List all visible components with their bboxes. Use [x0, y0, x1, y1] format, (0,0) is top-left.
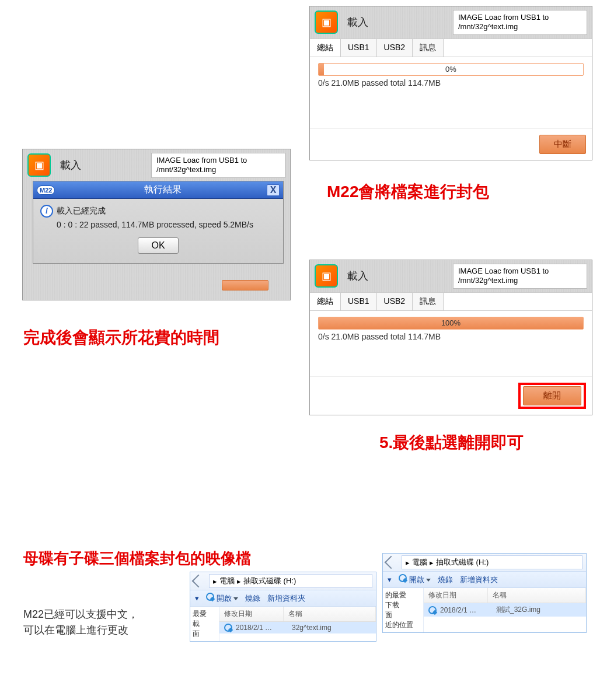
- tool-sep[interactable]: ▾: [195, 594, 199, 603]
- path-line1: IMAGE Loac from USB1 to: [458, 267, 582, 276]
- file-date: 2018/2/1 …: [440, 606, 493, 614]
- tab-usb1[interactable]: USB1: [341, 39, 377, 57]
- path-line1: IMAGE Loac from USB1 to: [458, 13, 582, 22]
- side-dl[interactable]: 載: [193, 619, 217, 629]
- sidebar: 最愛 載 面: [190, 607, 219, 641]
- progress-label: 100%: [441, 318, 461, 327]
- tab-summary[interactable]: 總結: [310, 293, 341, 310]
- back-icon[interactable]: [192, 575, 205, 588]
- app-icon: ▣: [315, 10, 338, 34]
- note-chinese-support: M22已經可以支援中文， 可以在電腦上進行更改: [23, 607, 138, 638]
- toolbar: ▾ 開啟 燒錄 新增資料夾: [383, 572, 586, 588]
- path-line2: /mnt/32g^text.img: [156, 165, 280, 174]
- file-name: 32g^text.img: [292, 624, 332, 632]
- title-load: 載入: [347, 15, 368, 29]
- crumb-pc: 電腦: [412, 557, 427, 568]
- footer: 中斷: [310, 128, 592, 160]
- file-date: 2018/2/1 …: [236, 624, 288, 632]
- tab-usb1[interactable]: USB1: [341, 293, 377, 310]
- footer: 離開: [310, 376, 592, 415]
- ok-button[interactable]: OK: [138, 237, 178, 254]
- newfolder-tool[interactable]: 新增資料夾: [460, 575, 498, 585]
- content: 的最愛 下載 面 近的位置 修改日期 名稱 2018/2/1 … 測試_32G.…: [383, 588, 586, 632]
- explorer-2: ▸電腦 ▸抽取式磁碟 (H:) ▾ 開啟 燒錄 新增資料夾 的最愛 下載 面 近…: [382, 553, 587, 633]
- burn-tool[interactable]: 燒錄: [245, 593, 260, 604]
- path-line2: /mnt/32g^text.img: [458, 22, 582, 32]
- tab-msg[interactable]: 訊息: [413, 39, 444, 57]
- title-path: IMAGE Loac from USB1 to /mnt/32g^text.im…: [453, 264, 587, 289]
- title-load: 載入: [347, 269, 368, 283]
- body: 0% 0/s 21.0MB passed total 114.7MB: [310, 57, 592, 128]
- leave-button[interactable]: 離開: [523, 386, 581, 405]
- titlebar: ▣ 載入 IMAGE Loac from USB1 to /mnt/32g^te…: [310, 260, 592, 292]
- newfolder-tool[interactable]: 新增資料夾: [267, 593, 305, 604]
- file-row[interactable]: 2018/2/1 … 32g^text.img: [219, 622, 376, 634]
- tab-summary[interactable]: 總結: [310, 39, 341, 57]
- col-headers: 修改日期 名稱: [424, 588, 586, 603]
- app-icon: ▣: [315, 264, 338, 288]
- file-row[interactable]: 2018/2/1 … 測試_32G.img: [424, 603, 586, 617]
- explorer-1: ▸電腦 ▸抽取式磁碟 (H:) ▾ 開啟 燒錄 新增資料夾 最愛 載 面 修改日…: [190, 572, 376, 642]
- tabs: 總結 USB1 USB2 訊息: [310, 38, 592, 57]
- file-icon: [224, 624, 232, 632]
- dialog-loading-0pct: ▣ 載入 IMAGE Loac from USB1 to /mnt/32g^te…: [309, 6, 592, 160]
- note-line2: 可以在電腦上進行更改: [23, 622, 138, 638]
- open-tool[interactable]: 開啟: [399, 574, 431, 585]
- leave-highlight: 離開: [518, 383, 586, 409]
- titlebar: ▣ 載入 IMAGE Loac from USB1 to /mnt/32g^te…: [310, 6, 592, 38]
- caption-image-files: 母碟有子碟三個檔案封包的映像檔: [23, 548, 251, 569]
- open-tool[interactable]: 開啟: [206, 593, 238, 604]
- side-recent[interactable]: 近的位置: [385, 620, 421, 630]
- progress-bar: 0%: [318, 63, 584, 76]
- file-icon: [428, 606, 437, 614]
- crumb-drive: 抽取式磁碟 (H:): [436, 557, 489, 568]
- hdr-date[interactable]: 修改日期: [424, 588, 488, 603]
- title-path: IMAGE Loac from USB1 to /mnt/32g^text.im…: [151, 153, 285, 178]
- close-icon[interactable]: X: [267, 184, 280, 196]
- side-desk[interactable]: 面: [193, 629, 217, 639]
- path-line1: IMAGE Loac from USB1 to: [156, 156, 280, 165]
- caption-time-shown: 完成後會顯示所花費的時間: [23, 327, 219, 349]
- titlebar: ▣ 載入 IMAGE Loac from USB1 to /mnt/32g^te…: [23, 149, 290, 181]
- dialog-loading-100pct: ▣ 載入 IMAGE Loac from USB1 to /mnt/32g^te…: [309, 260, 592, 415]
- tab-usb2[interactable]: USB2: [377, 39, 413, 57]
- result-body: i 載入已經完成 0 : 0 : 22 passed, 114.7MB proc…: [33, 199, 283, 263]
- note-line1: M22已經可以支援中文，: [23, 607, 138, 622]
- crumb-pc: 電腦: [219, 576, 235, 586]
- tabs: 總結 USB1 USB2 訊息: [310, 292, 592, 311]
- burn-tool[interactable]: 燒錄: [438, 575, 453, 585]
- app-icon: ▣: [27, 153, 51, 177]
- result-dialog: M22 執行結果 X i 載入已經完成 0 : 0 : 22 passed, 1…: [33, 181, 284, 264]
- back-icon[interactable]: [385, 556, 398, 569]
- result-title: 執行結果: [58, 184, 267, 196]
- col-headers: 修改日期 名稱: [219, 607, 376, 622]
- tab-msg[interactable]: 訊息: [413, 293, 444, 310]
- addr-bar: ▸電腦 ▸抽取式磁碟 (H:): [383, 554, 586, 572]
- breadcrumb[interactable]: ▸電腦 ▸抽取式磁碟 (H:): [402, 555, 582, 569]
- tool-sep[interactable]: ▾: [388, 575, 392, 584]
- toolbar: ▾ 開啟 燒錄 新增資料夾: [190, 590, 376, 607]
- progress-bar: 100%: [318, 317, 584, 330]
- hdr-name[interactable]: 名稱: [488, 588, 586, 603]
- hdr-name[interactable]: 名稱: [284, 607, 376, 621]
- sidebar: 的最愛 下載 面 近的位置: [383, 588, 424, 632]
- tab-usb2[interactable]: USB2: [377, 293, 413, 310]
- result-titlebar: M22 執行結果 X: [33, 181, 283, 199]
- m22-badge: M22: [37, 186, 55, 195]
- crumb-drive: 抽取式磁碟 (H:): [243, 576, 296, 586]
- file-name: 測試_32G.img: [496, 605, 540, 615]
- side-fav[interactable]: 最愛: [193, 609, 217, 619]
- abort-button[interactable]: 中斷: [539, 135, 586, 154]
- side-fav[interactable]: 的最愛: [385, 590, 421, 600]
- status-text: 0/s 21.0MB passed total 114.7MB: [318, 78, 584, 88]
- caption-packs-file: M22會將檔案進行封包: [327, 181, 489, 203]
- side-dl[interactable]: 下載: [385, 600, 421, 610]
- side-desk[interactable]: 面: [385, 610, 421, 620]
- done-text: 載入已經完成: [57, 206, 106, 216]
- hdr-date[interactable]: 修改日期: [219, 607, 284, 621]
- breadcrumb[interactable]: ▸電腦 ▸抽取式磁碟 (H:): [209, 574, 372, 588]
- caption-click-leave: 5.最後點選離開即可: [379, 432, 524, 454]
- stats-text: 0 : 0 : 22 passed, 114.7MB processed, sp…: [57, 220, 276, 229]
- title-load: 載入: [60, 158, 81, 172]
- status-text: 0/s 21.0MB passed total 114.7MB: [318, 332, 584, 341]
